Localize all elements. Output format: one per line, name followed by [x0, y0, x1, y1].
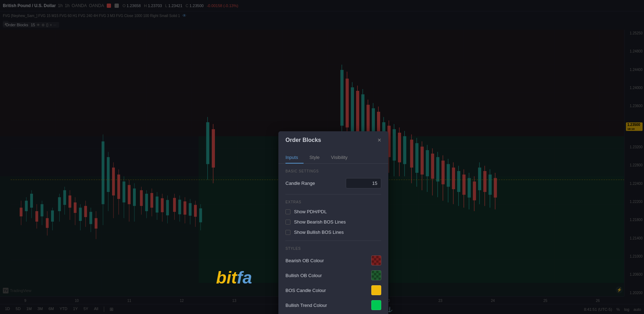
svg-rect-165 [379, 273, 381, 276]
show-bullish-bos-checkbox[interactable] [285, 230, 290, 235]
bearish-ob-color-swatch[interactable] [371, 255, 381, 265]
show-bullish-bos-row: Show Bullish BOS Lines [285, 230, 381, 235]
svg-rect-164 [374, 273, 377, 276]
bearish-ob-color-label: Bearish OB Colour [285, 258, 324, 263]
candle-range-row: Candle Range [285, 178, 381, 188]
svg-rect-169 [379, 278, 381, 280]
bos-candle-color-label: BOS Candle Colour [285, 288, 326, 293]
order-blocks-modal: Order Blocks × Inputs Style Visibility B… [278, 131, 388, 314]
svg-rect-167 [376, 275, 379, 278]
divider-2 [285, 241, 381, 241]
svg-rect-160 [374, 263, 377, 265]
styles-label: STYLES [285, 247, 381, 250]
svg-rect-162 [372, 271, 374, 273]
svg-rect-163 [376, 271, 379, 273]
candle-range-label: Candle Range [285, 181, 315, 186]
candle-range-input[interactable] [346, 178, 381, 188]
modal-overlay: Order Blocks × Inputs Style Visibility B… [0, 0, 644, 314]
svg-rect-155 [376, 256, 379, 258]
bearish-ob-color-row: Bearish OB Colour [285, 255, 381, 265]
show-pdh-pdl-label: Show PDH/PDL [294, 209, 327, 214]
modal-title: Order Blocks [285, 137, 321, 143]
bullish-ob-color-label: Bullish OB Colour [285, 273, 322, 278]
divider-1 [285, 194, 381, 194]
show-pdh-pdl-row: Show PDH/PDL [285, 209, 381, 214]
modal-body: BASIC SETTINGS Candle Range EXTRAS Show … [278, 164, 388, 314]
bullish-ob-color-swatch[interactable] [371, 270, 381, 280]
svg-rect-157 [379, 258, 381, 261]
bullish-trend-color-label: Bullish Trend Colour [285, 303, 327, 308]
svg-rect-156 [374, 258, 377, 261]
modal-header: Order Blocks × [278, 131, 388, 143]
tab-visibility[interactable]: Visibility [325, 152, 353, 164]
basic-settings-label: BASIC SETTINGS [285, 169, 381, 173]
tab-inputs[interactable]: Inputs [285, 152, 304, 164]
bullish-trend-color-swatch[interactable] [371, 300, 381, 310]
modal-close-button[interactable]: × [377, 137, 381, 143]
modal-tabs: Inputs Style Visibility [278, 148, 388, 164]
svg-rect-161 [379, 263, 381, 265]
extras-label: EXTRAS [285, 200, 381, 204]
svg-rect-154 [372, 256, 374, 258]
bullish-trend-color-row: Bullish Trend Colour [285, 300, 381, 310]
bos-candle-color-row: BOS Candle Colour [285, 285, 381, 295]
show-bearish-bos-row: Show Bearish BOS Lines [285, 219, 381, 225]
show-pdh-pdl-checkbox[interactable] [285, 209, 290, 214]
bullish-ob-color-row: Bullish OB Colour [285, 270, 381, 280]
show-bullish-bos-label: Show Bullish BOS Lines [294, 230, 344, 235]
svg-rect-159 [376, 260, 379, 263]
svg-rect-166 [372, 275, 374, 278]
show-bearish-bos-label: Show Bearish BOS Lines [294, 219, 346, 225]
svg-rect-158 [372, 260, 374, 263]
bos-candle-color-swatch[interactable] [371, 285, 381, 295]
svg-rect-168 [374, 278, 377, 280]
tab-style[interactable]: Style [304, 152, 325, 164]
show-bearish-bos-checkbox[interactable] [285, 220, 290, 225]
